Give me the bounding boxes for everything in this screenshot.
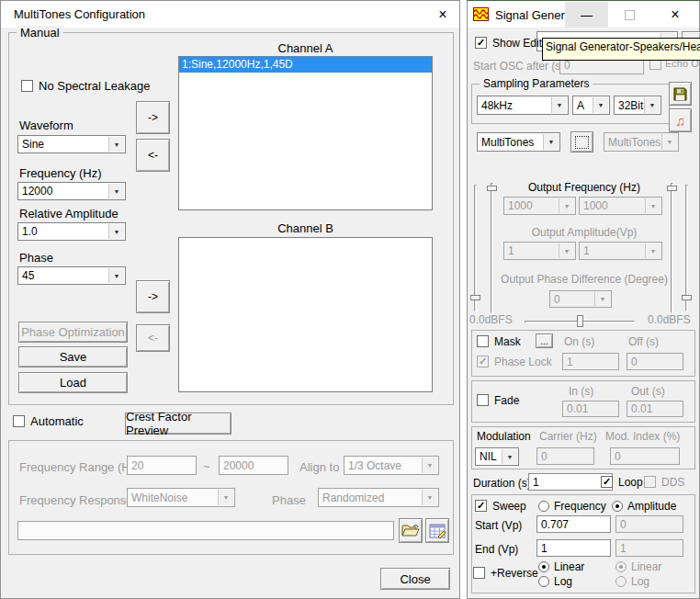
- sweep-start-b-field[interactable]: 0: [615, 515, 683, 533]
- chevron-down-icon[interactable]: ▼: [543, 134, 559, 150]
- check-icon: ✓: [603, 477, 611, 487]
- radio-circle: [615, 561, 627, 572]
- range-from-field[interactable]: 20: [127, 456, 197, 475]
- relative-amplitude-select[interactable]: 1.0 ▼: [17, 222, 126, 241]
- range-to-field[interactable]: 20000: [219, 456, 288, 475]
- output-frequency-b-select[interactable]: 1000 ▼: [579, 197, 662, 215]
- phase-optimization-button[interactable]: Phase Optimization: [18, 322, 128, 343]
- save-button[interactable]: Save: [18, 346, 128, 367]
- mod-index-field[interactable]: 0: [610, 447, 680, 465]
- frequency-response-select[interactable]: WhiteNoise ▼: [127, 488, 235, 507]
- align-to-select[interactable]: 1/3 Octave ▼: [344, 456, 439, 475]
- signal-type-a-select[interactable]: MultiTones ▼: [477, 132, 560, 152]
- dds-checkbox[interactable]: DDS: [644, 476, 684, 489]
- maximize-icon: [625, 10, 635, 20]
- carrier-field[interactable]: 0: [536, 447, 594, 465]
- sample-rate-select[interactable]: 48kHz ▼: [477, 96, 569, 115]
- close-dialog-button[interactable]: Close: [380, 568, 450, 590]
- slider-handle[interactable]: [577, 315, 583, 327]
- output-amplitude-b-select[interactable]: 1 ▼: [579, 242, 662, 260]
- output-phase-difference-select[interactable]: 0 ▼: [549, 290, 612, 308]
- chevron-down-icon[interactable]: ▼: [551, 97, 567, 113]
- show-editor-checkbox[interactable]: ✓ Show Editor: [475, 37, 552, 50]
- fade-in-field[interactable]: 0.01: [562, 401, 619, 417]
- sweep-end-a-field[interactable]: 1: [536, 539, 611, 557]
- auto-phase-select[interactable]: Randomized ▼: [318, 488, 439, 507]
- close-button[interactable]: ×: [429, 2, 457, 28]
- signal-type-a-value: MultiTones: [481, 136, 534, 149]
- scale-a-log-radio[interactable]: Log: [538, 575, 572, 588]
- fade-out-field[interactable]: 0.01: [627, 401, 683, 417]
- frequency-select[interactable]: 12000 ▼: [17, 182, 126, 200]
- phase-lock-checkbox[interactable]: ✓ Phase Lock: [477, 356, 552, 368]
- mask-more-button[interactable]: ...: [536, 333, 553, 348]
- channel-a-list[interactable]: 1:Sine,12000Hz,1,45D: [178, 56, 433, 210]
- level-slider-a-outer[interactable]: [474, 185, 477, 311]
- mask-checkbox[interactable]: Mask: [477, 335, 521, 348]
- modulation-type-select[interactable]: NIL ▼: [475, 447, 519, 466]
- check-icon: ✓: [477, 501, 485, 511]
- phase-select[interactable]: 45 ▼: [17, 266, 126, 285]
- save-signal-button[interactable]: [669, 82, 692, 106]
- edit-table-button[interactable]: [425, 518, 449, 543]
- signal-generator-titlebar[interactable]: Signal Gener... — ×: [468, 1, 699, 28]
- checkbox-box: [473, 567, 485, 579]
- reverse-checkbox[interactable]: +Reverse: [473, 567, 538, 580]
- chevron-down-icon[interactable]: ▼: [108, 268, 124, 283]
- slider-handle[interactable]: [682, 295, 692, 300]
- sweep-start-a-field[interactable]: 0.707: [536, 515, 611, 533]
- music-notes-icon: ♫: [675, 114, 685, 128]
- crest-factor-preview-button[interactable]: Crest Factor Preview: [125, 413, 231, 435]
- play-notes-button[interactable]: ♫: [669, 108, 692, 132]
- slider-handle[interactable]: [470, 295, 480, 300]
- scale-a-linear-radio[interactable]: Linear: [538, 560, 584, 573]
- chevron-down-icon[interactable]: ▼: [108, 184, 124, 198]
- list-item[interactable]: 1:Sine,12000Hz,1,45D: [179, 57, 432, 73]
- bit-depth-select[interactable]: 32Bit ▼: [614, 96, 661, 115]
- level-slider-a-inner[interactable]: [491, 183, 493, 313]
- open-folder-icon: [401, 524, 420, 537]
- chevron-down-icon[interactable]: ▼: [108, 137, 124, 152]
- sweep-checkbox[interactable]: ✓ Sweep: [475, 500, 526, 513]
- open-file-button[interactable]: [399, 518, 423, 543]
- no-spectral-leakage-checkbox[interactable]: No Spectral Leakage: [21, 80, 150, 94]
- scale-b-linear-radio[interactable]: Linear: [615, 560, 661, 573]
- signal-options-button[interactable]: [570, 131, 593, 153]
- signal-type-b-select[interactable]: MultiTones ▼: [604, 132, 679, 152]
- sweep-end-b-field[interactable]: 1: [615, 539, 683, 557]
- slider-handle[interactable]: [487, 186, 497, 191]
- chevron-down-icon[interactable]: ▼: [644, 97, 660, 113]
- level-slider-b-inner[interactable]: [671, 183, 673, 313]
- maximize-button[interactable]: [608, 2, 651, 28]
- chevron-down-icon[interactable]: ▼: [502, 449, 517, 464]
- mask-on-field[interactable]: 1: [562, 353, 619, 370]
- chevron-down-icon[interactable]: ▼: [593, 97, 608, 113]
- scale-b-log-radio[interactable]: Log: [615, 575, 649, 588]
- mask-off-field[interactable]: 0: [627, 353, 683, 370]
- automatic-checkbox[interactable]: Automatic: [13, 415, 84, 429]
- modulation-label: Modulation: [477, 430, 531, 443]
- signal-type-b-value: MultiTones: [608, 136, 660, 149]
- chevron-down-icon[interactable]: ▼: [108, 224, 124, 239]
- channel-select[interactable]: A ▼: [572, 96, 610, 115]
- remove-from-channel-b-button[interactable]: <-: [136, 324, 170, 352]
- add-to-channel-b-button[interactable]: ->: [136, 280, 170, 313]
- output-frequency-a-select[interactable]: 1000 ▼: [503, 197, 576, 215]
- minimize-button[interactable]: —: [565, 2, 608, 28]
- file-path-field[interactable]: [17, 521, 394, 540]
- sweep-amplitude-radio[interactable]: Amplitude: [612, 500, 676, 513]
- slider-handle[interactable]: [667, 186, 677, 191]
- remove-from-channel-a-button[interactable]: <-: [136, 139, 170, 172]
- fade-checkbox[interactable]: Fade: [477, 394, 519, 407]
- sweep-frequency-radio[interactable]: Frequency: [538, 500, 606, 513]
- output-amplitude-a-select[interactable]: 1 ▼: [503, 242, 576, 260]
- multitones-titlebar[interactable]: MultiTones Configuration ×: [1, 1, 459, 28]
- waveform-select[interactable]: Sine ▼: [17, 135, 126, 153]
- add-to-channel-a-button[interactable]: ->: [136, 101, 170, 134]
- loop-checkbox[interactable]: ✓ Loop: [601, 476, 643, 489]
- mask-label: Mask: [494, 335, 521, 348]
- level-slider-b-outer[interactable]: [685, 185, 688, 311]
- close-button[interactable]: ×: [651, 2, 699, 28]
- load-button[interactable]: Load: [18, 372, 128, 393]
- channel-b-list[interactable]: [178, 237, 433, 392]
